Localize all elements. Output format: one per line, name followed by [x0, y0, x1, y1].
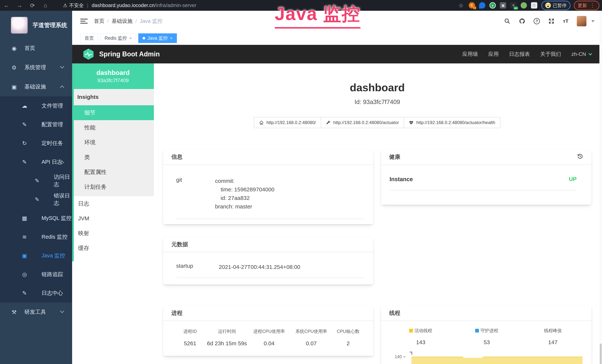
sba-item-mappings[interactable]: 映射 [72, 226, 154, 241]
metadata-card-title: 元数据 [163, 237, 373, 252]
process-card: 进程 进程ID 5261 运行时间 6d 23h 15m 59s [163, 306, 373, 356]
sidebar-item-error-logs[interactable]: ✎ 错误日志 [0, 190, 72, 209]
sba-app-header[interactable]: dashboard 93a3fc7f7409 [72, 64, 154, 89]
extension-icon-on[interactable]: ≡on [510, 2, 516, 9]
extension-grid-icon[interactable]: ▦ [500, 2, 506, 9]
extension-icon-y[interactable]: y [489, 2, 496, 9]
sba-item-scheduled-tasks[interactable]: 计划任务 [72, 180, 154, 194]
url-path[interactable]: /infra/admin-server [155, 3, 196, 8]
tab-home[interactable]: 首页 [80, 33, 98, 43]
url-separator: | [87, 2, 88, 8]
sba-nav-applications[interactable]: 应用 [488, 51, 499, 58]
health-history-icon[interactable] [577, 153, 583, 161]
github-icon[interactable] [519, 18, 526, 24]
sba-item-metrics[interactable]: 性能 [72, 120, 154, 135]
sidebar-item-tracing[interactable]: ◎ 链路追踪 [0, 265, 72, 284]
sba-language-select[interactable]: zh-CN [571, 51, 586, 57]
forward-icon[interactable]: → [13, 2, 26, 9]
sba-nav-wallboard[interactable]: 应用墙 [462, 51, 478, 58]
user-avatar[interactable] [577, 16, 586, 26]
edit-icon: ✎ [21, 121, 28, 128]
font-size-icon[interactable]: тT [563, 18, 569, 24]
sba-item-config-props[interactable]: 配置属性 [72, 165, 154, 180]
bookmark-star-icon[interactable]: ☆ [459, 2, 463, 9]
health-url-chip[interactable]: http://192.168.0.2:48080/actuator/health [404, 117, 500, 128]
eye-icon: ◎ [21, 271, 28, 278]
back-icon[interactable]: ← [0, 2, 13, 9]
page-scrollbar-thumb[interactable] [600, 344, 602, 364]
browser-menu-icon[interactable]: ⋮ [590, 2, 595, 9]
live-threads-area [411, 357, 582, 364]
git-key: git [176, 177, 215, 211]
update-button[interactable]: 更新 ⋮ [574, 1, 599, 10]
sba-item-caches[interactable]: 缓存 [72, 241, 154, 256]
sidebar-item-system[interactable]: ⚙ 系统管理 [0, 58, 72, 77]
app-logo-row[interactable]: 芋道管理系统 [0, 11, 72, 39]
tab-java-monitor[interactable]: Java 监控 × [138, 33, 177, 43]
extension-icon-1[interactable]: C1 [469, 2, 475, 9]
help-icon[interactable]: ? [534, 18, 540, 24]
sidebar-item-redis-monitor[interactable]: ≋ Redis 监控 [0, 227, 72, 246]
status-badge: UP [569, 176, 577, 183]
security-label[interactable]: 不安全 [69, 2, 84, 9]
sba-main: dashboard Id: 93a3fc7f7409 http://192.16… [154, 64, 602, 364]
sba-item-environment[interactable]: 环境 [72, 135, 154, 150]
sidebar-item-dev-tools[interactable]: ⚒ 研发工具 [0, 302, 72, 322]
service-url-chip[interactable]: http://192.168.0.2:48080/ [254, 117, 321, 128]
extension-leaf-icon[interactable] [521, 2, 527, 9]
user-menu-caret-icon[interactable] [591, 20, 595, 22]
info-card: 信息 git commit: time: 1596289704000 id: 2… [163, 150, 373, 224]
legend-swatch-yellow [409, 329, 413, 332]
cloud-upload-icon: ☁ [21, 103, 28, 109]
sba-item-classes[interactable]: 类 [72, 150, 154, 165]
git-info-row: git commit: time: 1596289704000 id: 27aa… [176, 177, 364, 219]
startup-key: startup [176, 263, 219, 271]
extension-puzzle-icon[interactable]: ⬡ [531, 2, 537, 9]
spring-boot-admin-logo [83, 48, 94, 60]
paused-badge[interactable]: 已暂停 [541, 1, 570, 10]
sidebar-item-java-monitor[interactable]: ▣ Java 监控 [0, 246, 72, 265]
sba-item-details[interactable]: 细节 [72, 105, 154, 120]
sba-app-name: dashboard [97, 69, 129, 76]
sidebar-item-infra[interactable]: ▣ 基础设施 [0, 77, 72, 96]
sidebar-item-home[interactable]: ◉ 首页 [0, 39, 72, 58]
app-title: 芋道管理系统 [33, 21, 67, 29]
collapse-menu-icon[interactable] [80, 19, 88, 23]
page-scrollbar-track[interactable] [599, 11, 602, 364]
sidebar-item-api-logs[interactable]: ✎ API 日志 [0, 153, 72, 171]
sidebar-item-files[interactable]: ☁ 文件管理 [0, 96, 72, 115]
search-icon[interactable] [504, 18, 511, 24]
tab-redis-monitor[interactable]: Redis 监控 × [100, 33, 136, 43]
reload-icon[interactable]: ⟳ [26, 2, 39, 9]
sidebar-item-access-logs[interactable]: ✎ 访问日志 [0, 171, 72, 190]
close-icon[interactable]: × [170, 36, 172, 41]
toolbox-icon: ⚒ [10, 309, 18, 315]
insecure-warning-icon[interactable]: ⚠ [63, 3, 67, 8]
threads-card: 线程 活动线程 143 守护进程 53 [381, 306, 591, 364]
home-icon [259, 120, 264, 125]
sba-nav-about[interactable]: 关于我们 [540, 51, 561, 58]
legend-live-threads: 活动线程 143 [388, 328, 454, 345]
process-card-title: 进程 [163, 306, 373, 321]
instance-label: Instance [389, 176, 413, 183]
home-icon[interactable]: ⌂ [39, 2, 52, 9]
actuator-url-chip[interactable]: http://192.168.0.2:48080/actuator [321, 117, 404, 128]
breadcrumb-home[interactable]: 首页 [94, 18, 104, 25]
fullscreen-icon[interactable] [548, 18, 555, 24]
process-col-pid: 进程ID 5261 [174, 328, 206, 347]
sidebar-item-config[interactable]: ✎ 配置管理 [0, 115, 72, 134]
extension-pin-icon[interactable] [479, 2, 485, 9]
sba-item-logs[interactable]: 日志 [72, 196, 154, 211]
sba-instance-id: 93a3fc7f7409 [97, 77, 129, 84]
sba-nav-journal[interactable]: 日志报表 [509, 51, 530, 58]
close-icon[interactable]: × [129, 36, 132, 41]
process-col-system-cpu: 系统CPU使用率 0.07 [290, 328, 332, 347]
sba-item-jvm[interactable]: JVM [72, 211, 154, 226]
sidebar-item-log-center[interactable]: ✎ 日志中心 [0, 284, 72, 302]
right-region: 首页 / 基础设施 / Java 监控 ? тT [72, 11, 602, 364]
sidebar-item-mysql-monitor[interactable]: ▦ MySQL 监控 [0, 209, 72, 227]
sidebar-item-scheduled-tasks[interactable]: ↻ 定时任务 [0, 134, 72, 153]
breadcrumb-infra[interactable]: 基础设施 [112, 18, 132, 25]
sba-brand-title[interactable]: Spring Boot Admin [99, 50, 160, 58]
url-host[interactable]: dashboard.yudao.iocoder.cn [92, 3, 155, 8]
